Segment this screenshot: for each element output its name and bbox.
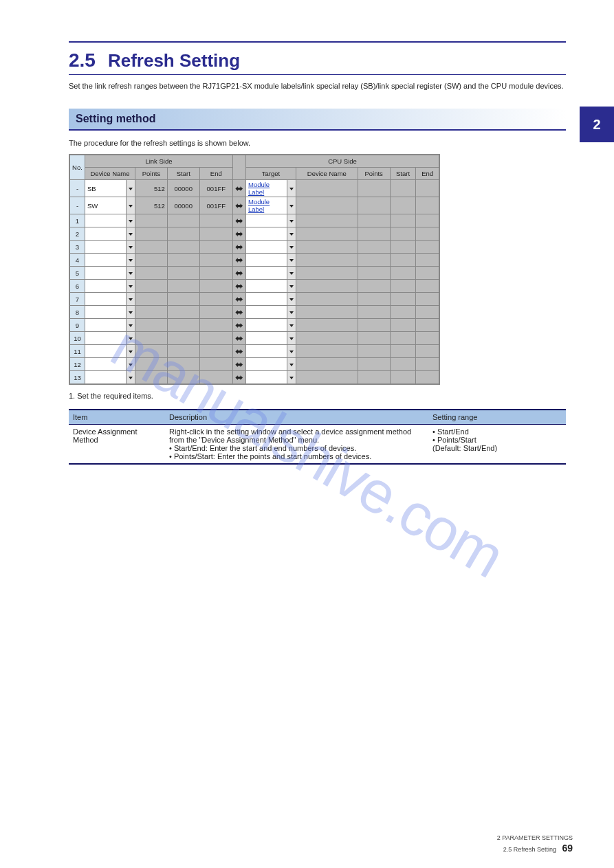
dropdown-icon[interactable]	[287, 371, 296, 384]
col-points: Points	[135, 168, 168, 180]
dropdown-icon[interactable]	[287, 280, 296, 293]
section-description: Set the link refresh ranges between the …	[69, 80, 566, 92]
dropdown-icon[interactable]	[127, 280, 135, 293]
col-link-side: Link Side	[85, 155, 233, 168]
grid-row[interactable]: 9⬌	[70, 319, 439, 332]
dropdown-icon[interactable]	[287, 214, 296, 227]
col-cpu-device: Device Name	[296, 168, 358, 180]
param-range: • Start/End • Points/Start (Default: Sta…	[428, 424, 566, 464]
bidir-arrow-icon: ⬌	[232, 214, 245, 227]
grid-row[interactable]: 1⬌	[70, 214, 439, 227]
grid-row[interactable]: 6⬌	[70, 280, 439, 293]
chapter-tab: 2	[580, 107, 614, 142]
col-target: Target	[245, 168, 296, 180]
dropdown-icon[interactable]	[127, 254, 135, 267]
top-line-under	[69, 74, 566, 75]
dropdown-icon[interactable]	[127, 267, 135, 280]
col-cpu-end: End	[416, 168, 439, 180]
dropdown-icon[interactable]	[127, 241, 135, 254]
param-desc: Right-click in the setting window and se…	[165, 424, 428, 464]
dropdown-icon[interactable]	[127, 293, 135, 306]
dropdown-icon[interactable]	[287, 293, 296, 306]
dropdown-icon[interactable]	[127, 214, 135, 227]
sw-device[interactable]: SW	[85, 197, 127, 214]
dropdown-icon[interactable]	[287, 267, 296, 280]
grid-row[interactable]: 11⬌	[70, 345, 439, 358]
bidir-arrow-icon: ⬌	[232, 319, 245, 332]
dropdown-icon[interactable]	[287, 332, 296, 345]
dropdown-icon[interactable]	[287, 345, 296, 358]
th-item: Item	[69, 410, 165, 425]
col-cpu-start: Start	[390, 168, 416, 180]
dropdown-icon[interactable]	[287, 241, 296, 254]
param-row: Device Assignment Method Right-click in …	[69, 424, 566, 464]
dropdown-icon[interactable]	[127, 227, 135, 241]
dropdown-icon[interactable]	[287, 254, 296, 267]
bidir-arrow-icon: ⬌	[232, 267, 245, 280]
param-item: Device Assignment Method	[69, 424, 165, 464]
dropdown-icon[interactable]	[287, 227, 296, 241]
col-device-name: Device Name	[85, 168, 135, 180]
section-title: Refresh Setting	[108, 50, 240, 71]
dropdown-icon[interactable]	[127, 332, 135, 345]
dropdown-icon[interactable]	[287, 358, 296, 371]
bidir-arrow-icon: ⬌	[232, 306, 245, 319]
page-number: 69	[562, 843, 573, 854]
col-start: Start	[167, 168, 199, 180]
setting-method-heading: Setting method	[69, 109, 566, 131]
col-cpu-points: Points	[358, 168, 390, 180]
page-footer: 2 PARAMETER SETTINGS 2.5 Refresh Setting…	[497, 834, 573, 856]
dropdown-icon[interactable]	[287, 306, 296, 319]
bidir-arrow-icon: ⬌	[232, 293, 245, 306]
dropdown-icon[interactable]	[127, 358, 135, 371]
dropdown-icon[interactable]	[127, 180, 135, 197]
refresh-grid[interactable]: No. Link Side CPU Side Device Name Point…	[69, 154, 440, 385]
bidir-arrow-icon: ⬌	[232, 197, 245, 214]
sb-target[interactable]: Module Label	[245, 180, 287, 197]
dropdown-icon[interactable]	[127, 319, 135, 332]
grid-row[interactable]: 13⬌	[70, 371, 439, 384]
grid-row[interactable]: 10⬌	[70, 332, 439, 345]
bidir-arrow-icon: ⬌	[232, 241, 245, 254]
bidir-arrow-icon: ⬌	[232, 227, 245, 241]
dropdown-icon[interactable]	[287, 197, 296, 214]
col-end: End	[199, 168, 232, 180]
bidir-arrow-icon: ⬌	[232, 180, 245, 197]
dropdown-icon[interactable]	[127, 306, 135, 319]
nav-hint: 1. Set the required items.	[69, 390, 566, 402]
dropdown-icon[interactable]	[127, 345, 135, 358]
grid-row-sw[interactable]: - SW 512 00000 001FF ⬌ Module Label	[70, 197, 439, 214]
bidir-arrow-icon: ⬌	[232, 280, 245, 293]
grid-row[interactable]: 2⬌	[70, 227, 439, 241]
dropdown-icon[interactable]	[127, 371, 135, 384]
setting-method-text: The procedure for the refresh settings i…	[69, 137, 566, 149]
grid-row[interactable]: 12⬌	[70, 358, 439, 371]
grid-row[interactable]: 3⬌	[70, 241, 439, 254]
sw-target[interactable]: Module Label	[245, 197, 287, 214]
th-range: Setting range	[428, 410, 566, 425]
grid-row-sb[interactable]: - SB 512 00000 001FF ⬌ Module Label	[70, 180, 439, 197]
th-description: Description	[165, 410, 428, 425]
bidir-arrow-icon: ⬌	[232, 345, 245, 358]
col-no: No.	[70, 155, 85, 180]
grid-row[interactable]: 4⬌	[70, 254, 439, 267]
dropdown-icon[interactable]	[127, 197, 135, 214]
bidir-arrow-icon: ⬌	[232, 371, 245, 384]
bidir-arrow-icon: ⬌	[232, 332, 245, 345]
top-line	[69, 41, 566, 43]
dropdown-icon[interactable]	[287, 180, 296, 197]
dropdown-icon[interactable]	[287, 319, 296, 332]
section-number: 2.5	[69, 49, 96, 71]
bidir-arrow-icon: ⬌	[232, 254, 245, 267]
col-cpu-side: CPU Side	[245, 155, 439, 168]
bidir-arrow-icon: ⬌	[232, 358, 245, 371]
param-table: Item Description Setting range Device As…	[69, 409, 566, 465]
grid-row[interactable]: 5⬌	[70, 267, 439, 280]
grid-row[interactable]: 8⬌	[70, 306, 439, 319]
grid-row[interactable]: 7⬌	[70, 293, 439, 306]
sb-device[interactable]: SB	[85, 180, 127, 197]
